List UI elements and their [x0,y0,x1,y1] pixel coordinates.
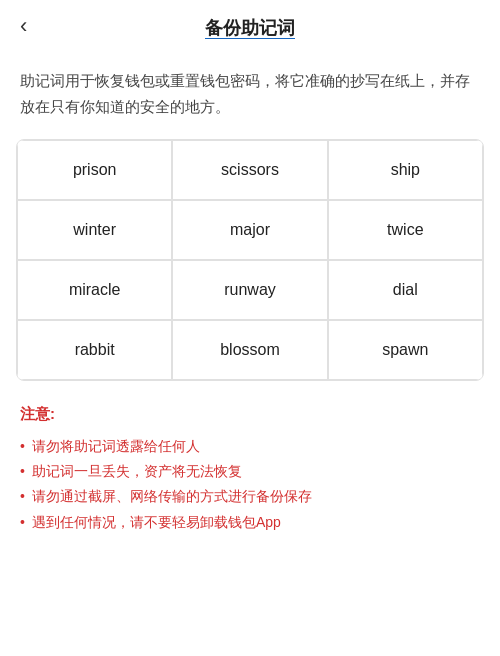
notice-list: 请勿将助记词透露给任何人助记词一旦丢失，资产将无法恢复请勿通过截屏、网络传输的方… [20,434,480,535]
page-title: 备份助记词 [205,16,295,40]
mnemonic-word-9: dial [328,260,483,320]
mnemonic-word-11: blossom [172,320,327,380]
notice-item-3: 请勿通过截屏、网络传输的方式进行备份保存 [20,484,480,509]
mnemonic-word-8: runway [172,260,327,320]
mnemonic-word-5: major [172,200,327,260]
mnemonic-word-4: winter [17,200,172,260]
mnemonic-word-6: twice [328,200,483,260]
notice-title: 注意: [20,405,480,424]
mnemonic-grid: prisonscissorsshipwintermajortwicemiracl… [17,140,483,380]
mnemonic-grid-container: prisonscissorsshipwintermajortwicemiracl… [16,139,484,381]
mnemonic-word-2: scissors [172,140,327,200]
description-text: 助记词用于恢复钱包或重置钱包密码，将它准确的抄写在纸上，并存放在只有你知道的安全… [0,52,500,139]
notice-item-4: 遇到任何情况，请不要轻易卸载钱包App [20,510,480,535]
notice-item-2: 助记词一旦丢失，资产将无法恢复 [20,459,480,484]
header: ‹ 备份助记词 [0,0,500,52]
mnemonic-word-12: spawn [328,320,483,380]
notice-section: 注意: 请勿将助记词透露给任何人助记词一旦丢失，资产将无法恢复请勿通过截屏、网络… [0,381,500,555]
mnemonic-word-7: miracle [17,260,172,320]
mnemonic-word-10: rabbit [17,320,172,380]
notice-item-1: 请勿将助记词透露给任何人 [20,434,480,459]
mnemonic-word-1: prison [17,140,172,200]
mnemonic-word-3: ship [328,140,483,200]
back-button[interactable]: ‹ [16,11,31,41]
